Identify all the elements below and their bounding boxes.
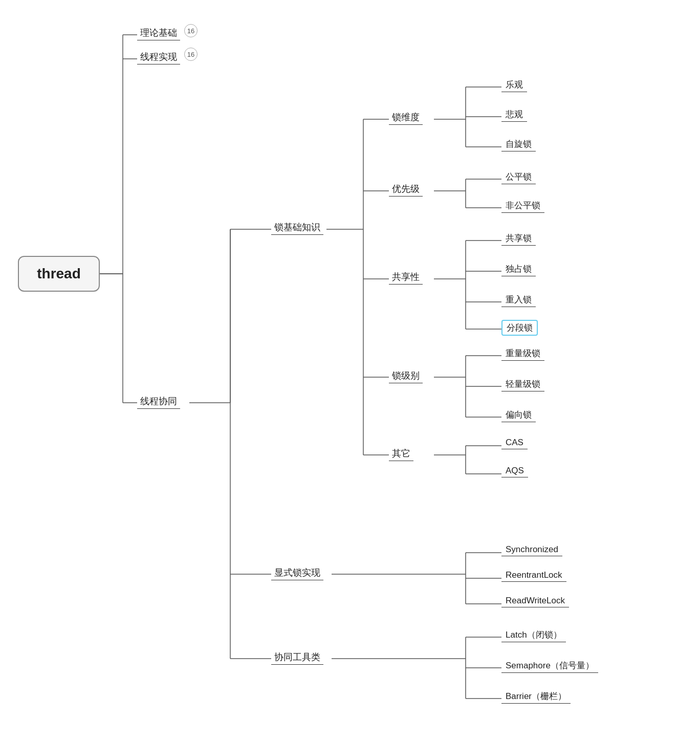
leaf-dzs: 独占锁	[501, 262, 536, 276]
badge-xiancheng: 16	[184, 48, 198, 61]
sxss-label: 显式锁实现	[274, 566, 320, 579]
leaf-bguan: 悲观	[501, 107, 527, 122]
leaf-qljs: 轻量级锁	[501, 377, 544, 391]
node-sxss: 显式锁实现	[271, 565, 323, 580]
leaf-fds: 分段锁	[501, 320, 538, 336]
sjzs-label: 锁基础知识	[274, 221, 320, 233]
xcxt-label: 线程协同	[140, 395, 177, 407]
leaf-barrier: Barrier（栅栏）	[501, 689, 571, 704]
xcsx-label: 线程实现	[140, 51, 177, 63]
xttlj-label: 协同工具类	[274, 651, 320, 663]
leaf-zxs: 自旋锁	[501, 137, 536, 151]
sdwd-label: 锁维度	[392, 111, 420, 123]
node-xctong: 线程协同	[137, 394, 180, 409]
yxj-label: 优先级	[392, 183, 420, 195]
leaf-rwl: ReadWriteLock	[501, 595, 569, 607]
leaf-aqs: AQS	[501, 465, 528, 477]
lljc-label: 理论基础	[140, 27, 177, 39]
leaf-sync: Synchronized	[501, 543, 562, 556]
leaf-crs: 重入锁	[501, 293, 536, 307]
leaf-zljs: 重量级锁	[501, 346, 544, 361]
badge-xiancheng-val: 16	[187, 51, 194, 58]
leaf-pxs: 偏向锁	[501, 408, 536, 422]
leaf-sema: Semaphore（信号量）	[501, 659, 598, 673]
mindmap-container: thread 理论基础 线程实现 线程协同 16 16 锁基础知识 显式锁实现 …	[0, 0, 700, 741]
root-label: thread	[37, 266, 81, 282]
qt-label: 其它	[392, 447, 410, 460]
leaf-gps: 公平锁	[501, 170, 536, 184]
leaf-rl: ReentrantLock	[501, 569, 566, 582]
leaf-cas: CAS	[501, 437, 528, 449]
leaf-fgps: 非公平锁	[501, 199, 544, 213]
sjb-label: 锁级别	[392, 369, 420, 382]
node-sdwd: 锁维度	[389, 110, 423, 125]
leaf-latch: Latch（闭锁）	[501, 628, 566, 642]
node-lilunjchu: 理论基础	[137, 26, 180, 40]
leaf-gxs: 共享锁	[501, 231, 536, 246]
node-gxx: 共享性	[389, 270, 423, 285]
node-sjb: 锁级别	[389, 368, 423, 383]
badge-lilun: 16	[184, 24, 198, 37]
node-xttlj: 协同工具类	[271, 650, 323, 665]
node-qt: 其它	[389, 446, 413, 461]
node-yxj: 优先级	[389, 182, 423, 197]
gxx-label: 共享性	[392, 271, 420, 283]
leaf-lguan: 乐观	[501, 78, 527, 92]
root-node: thread	[18, 256, 100, 292]
node-sjzs: 锁基础知识	[271, 220, 323, 235]
badge-lilun-val: 16	[187, 27, 194, 35]
connector-lines	[0, 0, 700, 741]
node-xcsxian: 线程实现	[137, 50, 180, 64]
